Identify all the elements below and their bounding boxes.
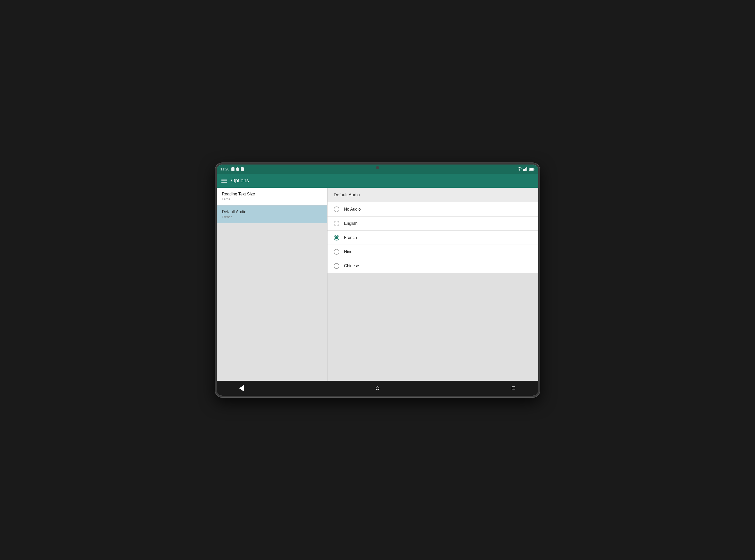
svg-rect-6 <box>529 168 533 170</box>
notification-icon <box>231 167 234 171</box>
battery-icon <box>529 167 535 171</box>
menu-item-default-audio[interactable]: Default Audio French <box>217 205 327 223</box>
radio-circle-french <box>334 235 340 240</box>
tablet-screen: 11:28 <box>217 164 538 396</box>
camera-notch <box>376 166 379 169</box>
right-panel: Default Audio No Audio English <box>328 188 538 381</box>
left-panel-empty-area <box>217 223 327 381</box>
alarm-icon <box>236 167 239 171</box>
radio-circle-chinese <box>334 263 340 269</box>
svg-rect-5 <box>534 168 535 170</box>
radio-label-hindi: Hindi <box>344 249 353 254</box>
radio-item-hindi[interactable]: Hindi <box>328 245 538 259</box>
radio-circle-hindi <box>334 249 340 255</box>
hamburger-menu-icon[interactable] <box>221 179 227 183</box>
svg-rect-1 <box>524 168 525 171</box>
radio-circle-no-audio <box>334 206 340 212</box>
home-icon <box>376 386 379 390</box>
wifi-icon <box>517 167 522 171</box>
app-title: Options <box>231 178 249 184</box>
home-button[interactable] <box>373 384 382 393</box>
right-panel-title: Default Audio <box>334 192 532 198</box>
radio-label-french: French <box>344 235 357 240</box>
audio-options-list: No Audio English French Hind <box>328 202 538 273</box>
right-panel-empty-area <box>328 273 538 381</box>
radio-item-french[interactable]: French <box>328 231 538 245</box>
app-bar: Options <box>217 174 538 188</box>
status-icons <box>231 167 244 171</box>
menu-item-reading-text-size-subtitle: Large <box>222 197 322 201</box>
radio-circle-english <box>334 221 340 226</box>
menu-item-default-audio-subtitle: French <box>222 215 322 219</box>
recent-apps-button[interactable] <box>509 384 518 393</box>
main-content: Reading Text Size Large Default Audio Fr… <box>217 188 538 381</box>
left-panel: Reading Text Size Large Default Audio Fr… <box>217 188 328 381</box>
radio-item-chinese[interactable]: Chinese <box>328 259 538 273</box>
radio-label-no-audio: No Audio <box>344 207 361 212</box>
right-panel-header: Default Audio <box>328 188 538 202</box>
status-time: 11:28 <box>220 167 229 171</box>
menu-item-reading-text-size-title: Reading Text Size <box>222 192 322 197</box>
menu-item-reading-text-size[interactable]: Reading Text Size Large <box>217 188 327 205</box>
radio-item-english[interactable]: English <box>328 217 538 231</box>
menu-item-default-audio-title: Default Audio <box>222 209 322 214</box>
signal-icon <box>523 167 527 171</box>
lock-icon <box>241 167 244 171</box>
status-left: 11:28 <box>220 167 244 171</box>
svg-rect-0 <box>523 169 524 171</box>
radio-label-chinese: Chinese <box>344 264 359 268</box>
radio-item-no-audio[interactable]: No Audio <box>328 202 538 217</box>
radio-inner-french <box>335 236 338 239</box>
svg-rect-2 <box>525 168 526 171</box>
tablet-frame: 11:28 <box>215 163 540 397</box>
back-icon <box>239 385 244 392</box>
svg-rect-3 <box>526 167 527 171</box>
status-right <box>517 167 535 171</box>
recent-icon <box>512 386 515 390</box>
bottom-nav <box>217 381 538 396</box>
radio-label-english: English <box>344 221 357 226</box>
back-button[interactable] <box>237 384 246 393</box>
